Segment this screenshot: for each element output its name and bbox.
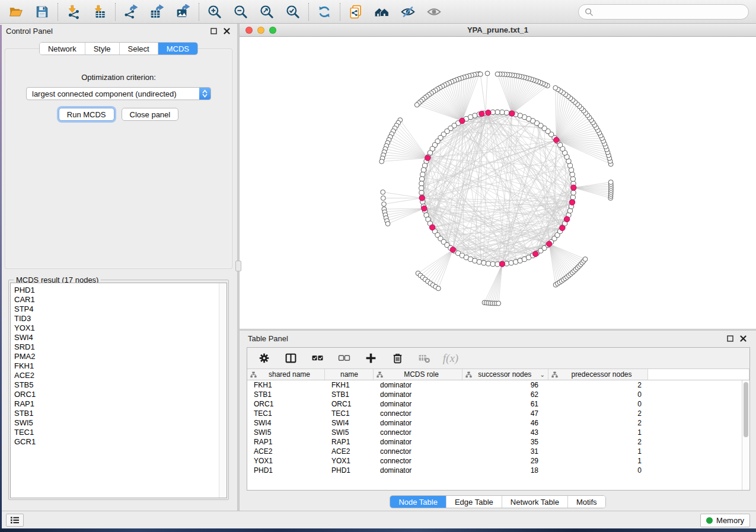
sort-desc-icon: ⌄ [540, 371, 545, 378]
tab-node-table[interactable]: Node Table [390, 496, 446, 508]
dropdown-selected-value: largest connected component (undirected) [27, 89, 199, 98]
mcds-result-item[interactable]: ACE2 [14, 371, 227, 380]
zoom-in-icon[interactable] [203, 2, 226, 21]
network-canvas[interactable] [240, 37, 756, 329]
cell-successor-nodes: 46 [462, 418, 548, 428]
mcds-result-item[interactable]: STP4 [14, 305, 227, 314]
float-table-panel-icon[interactable] [725, 334, 735, 343]
zoom-fit-icon[interactable] [256, 2, 278, 21]
column-tree-icon [551, 371, 558, 378]
search-input[interactable] [597, 8, 742, 17]
table-row[interactable]: SWI5SWI5connector431 [247, 428, 749, 437]
import-network-icon[interactable] [62, 2, 85, 21]
export-network-icon[interactable] [120, 2, 142, 21]
import-table-icon[interactable] [88, 2, 111, 21]
table-row[interactable]: PHD1PHD1dominator180 [247, 466, 749, 475]
select-all-icon[interactable] [310, 351, 324, 366]
table-scrollbar-thumb[interactable] [744, 382, 748, 437]
cell-name: ORC1 [325, 399, 374, 409]
mcds-result-item[interactable]: YOX1 [14, 323, 227, 333]
table-row[interactable]: RAP1RAP1dominator352 [247, 437, 749, 447]
network-graph[interactable] [240, 37, 756, 329]
column-header-shared-name[interactable]: shared name [247, 369, 325, 380]
mcds-result-item[interactable]: SWI4 [14, 333, 227, 342]
search-icon [585, 8, 594, 17]
mcds-result-groupbox: MCDS result (17 nodes) PHD1CAR1STP4TID3Y… [8, 280, 229, 500]
mcds-result-item[interactable]: PMA2 [14, 352, 227, 361]
mcds-result-item[interactable]: PHD1 [14, 286, 227, 295]
eye-icon[interactable] [423, 2, 445, 21]
mcds-result-item[interactable]: SWI5 [14, 418, 227, 428]
mcds-result-item[interactable]: STB5 [14, 380, 227, 390]
unselect-all-icon[interactable] [337, 351, 351, 366]
mcds-result-item[interactable]: FKH1 [14, 361, 227, 371]
eye-slash-icon[interactable] [397, 2, 419, 21]
cell-predecessor-nodes: 1 [548, 456, 648, 466]
optimization-criterion-select[interactable]: largest connected component (undirected) [26, 87, 211, 100]
tab-network-table[interactable]: Network Table [502, 496, 568, 508]
mcds-result-item[interactable]: ORC1 [14, 390, 227, 399]
table-row[interactable]: FKH1FKH1dominator962 [247, 380, 749, 390]
mcds-result-item[interactable]: STB1 [14, 409, 227, 418]
mcds-result-item[interactable]: CAR1 [14, 295, 227, 305]
mcds-result-item[interactable]: TID3 [14, 314, 227, 323]
zoom-out-icon[interactable] [229, 2, 252, 21]
run-mcds-button[interactable]: Run MCDS [59, 108, 114, 121]
close-table-panel-icon[interactable] [738, 334, 748, 343]
table-row[interactable]: ACE2ACE2connector311 [247, 447, 749, 456]
tab-mcds[interactable]: MCDS [158, 43, 197, 55]
cell-predecessor-nodes: 2 [548, 418, 648, 428]
tab-motifs[interactable]: Motifs [568, 496, 605, 508]
column-header-name[interactable]: name [325, 369, 374, 380]
column-header-successor-nodes[interactable]: successor nodes⌄ [462, 369, 548, 380]
cell-successor-nodes: 31 [462, 447, 548, 456]
column-header-predecessor-nodes[interactable]: predecessor nodes [548, 369, 648, 380]
table-row[interactable]: YOX1YOX1connector291 [247, 456, 749, 466]
table-row[interactable]: TEC1TEC1connector472 [247, 409, 749, 418]
tab-select[interactable]: Select [120, 43, 158, 55]
column-header-MCDS-role[interactable]: MCDS role [374, 369, 462, 380]
cell-name: TEC1 [325, 409, 374, 418]
open-folder-icon[interactable] [5, 2, 27, 21]
mcds-result-item[interactable]: SRD1 [14, 342, 227, 352]
columns-icon[interactable] [283, 351, 298, 366]
save-icon[interactable] [31, 2, 53, 21]
clone-network-icon[interactable] [344, 2, 367, 21]
houses-icon[interactable] [371, 2, 393, 21]
mcds-result-item[interactable]: TEC1 [14, 428, 227, 437]
cell-MCDS-role: connector [374, 456, 462, 466]
vertical-splitter[interactable] [237, 24, 239, 511]
cell-predecessor-nodes: 0 [548, 466, 648, 475]
refresh-icon[interactable] [313, 2, 336, 21]
tab-style[interactable]: Style [85, 43, 120, 55]
add-icon[interactable] [363, 351, 378, 366]
tab-edge-table[interactable]: Edge Table [446, 496, 502, 508]
list-icon [10, 516, 20, 524]
table-row[interactable]: SWI4SWI4dominator462 [247, 418, 749, 428]
zoom-selected-icon[interactable] [282, 2, 304, 21]
gear-icon[interactable] [257, 351, 271, 366]
cell-name: STB1 [325, 390, 374, 399]
mcds-result-item[interactable]: GCR1 [14, 437, 227, 447]
search-box[interactable] [578, 4, 749, 20]
task-history-button[interactable] [6, 514, 24, 527]
export-table-icon[interactable] [146, 2, 168, 21]
cell-successor-nodes: 62 [462, 390, 548, 399]
column-tree-icon [377, 371, 383, 378]
tab-network[interactable]: Network [40, 43, 85, 55]
mcds-result-item[interactable]: RAP1 [14, 399, 227, 409]
table-panel-title: Table Panel [248, 334, 288, 343]
network-window-title: YPA_prune.txt_1 [240, 25, 756, 34]
table-row[interactable]: ORC1ORC1dominator610 [247, 399, 749, 409]
memory-button[interactable]: Memory [700, 514, 750, 527]
table-tabs: Node TableEdge TableNetwork TableMotifs [390, 495, 605, 508]
float-panel-icon[interactable] [209, 27, 218, 36]
network-window-titlebar[interactable]: YPA_prune.txt_1 [240, 24, 756, 37]
mcds-result-scrollbar[interactable] [219, 283, 227, 498]
delete-icon[interactable] [390, 351, 404, 366]
close-panel-button[interactable]: Close panel [122, 108, 179, 121]
table-scrollbar[interactable] [742, 380, 749, 490]
close-panel-icon[interactable] [222, 27, 231, 36]
export-image-icon[interactable] [172, 2, 194, 21]
table-row[interactable]: STB1STB1dominator620 [247, 390, 749, 399]
